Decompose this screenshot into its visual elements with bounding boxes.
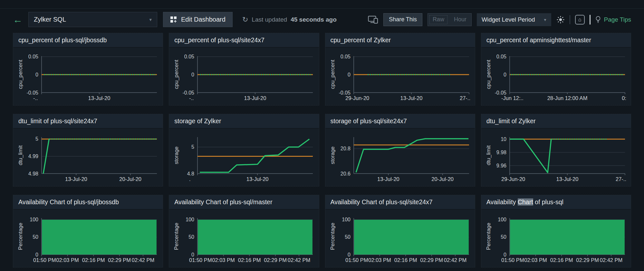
svg-text:01:50 PM: 01:50 PM	[189, 257, 212, 263]
svg-text:01:50 PM: 01:50 PM	[501, 257, 524, 263]
svg-text:02:03 PM: 02:03 PM	[368, 257, 391, 263]
svg-text:02:29 PM: 02:29 PM	[108, 257, 131, 263]
y-axis-label: cpu_percent	[173, 60, 179, 89]
chart-card: storage of Zylker54.8.13-Jul-20storage	[169, 114, 319, 186]
svg-text:-0.05: -0.05	[27, 90, 39, 95]
chart-title: cpu_percent of Zylker	[331, 36, 470, 44]
svg-text:02:16 PM: 02:16 PM	[82, 257, 105, 263]
chart-line	[200, 139, 309, 172]
chart-area	[354, 220, 469, 255]
chart-card-body: 0.050-0.05-Jun 12:..28-Jun 12:00 AM0:cpu…	[481, 48, 631, 105]
svg-text:100: 100	[498, 217, 506, 222]
chart-title: dtu_limit of plus-sql/site24x7	[18, 117, 158, 125]
svg-text:02:03 PM: 02:03 PM	[212, 257, 235, 263]
last-updated: ↻ Last updated 45 seconds ago	[242, 16, 337, 23]
widget-level-period-dropdown[interactable]: Widget Level Period ▾	[477, 13, 551, 26]
edit-dashboard-button[interactable]: Edit Dashboard	[163, 12, 233, 27]
chart-area	[198, 220, 312, 255]
chart-plot[interactable]: 10050001:50 PM02:03 PM02:16 PM02:29 PM02…	[171, 211, 315, 265]
chart-title: Availability Chart of plus-sql/jbossdb	[18, 198, 158, 206]
svg-text:02:42 PM: 02:42 PM	[600, 257, 622, 263]
chart-line	[510, 139, 551, 173]
y-axis-label: cpu_percent	[330, 60, 336, 89]
svg-text:02:29 PM: 02:29 PM	[576, 257, 599, 263]
share-this-button[interactable]: Share This	[383, 13, 422, 26]
chart-card: Availability Chart of plus-sql/site24x71…	[325, 195, 475, 267]
chart-plot[interactable]: 0.050-0.05-..13-Jul-20cpu_percent	[171, 49, 315, 103]
chart-card-body: 10050001:50 PM02:03 PM02:16 PM02:29 PM02…	[481, 210, 631, 267]
svg-text:20-Jul-20: 20-Jul-20	[431, 176, 454, 182]
dashboard-select-value: Zylker SQL	[34, 16, 66, 23]
chart-card-header: cpu_percent of plus-sql/site24x7	[169, 33, 319, 48]
svg-text:20.8: 20.8	[340, 146, 350, 151]
svg-text:.: .	[189, 176, 191, 182]
chart-plot[interactable]: 54.994.9813-Jul-2020-Jul-20dtu_limit	[15, 130, 159, 184]
chart-plot[interactable]: 54.8.13-Jul-20storage	[171, 130, 315, 184]
chart-card: cpu_percent of apminsighttest/master0.05…	[481, 33, 631, 105]
back-arrow-icon[interactable]: ←	[13, 15, 23, 25]
chart-plot[interactable]: 10050001:50 PM02:03 PM02:16 PM02:29 PM02…	[15, 211, 159, 265]
chart-card: Availability Chart of plus-sql/jbossdb10…	[13, 195, 163, 267]
svg-text:02:16 PM: 02:16 PM	[238, 257, 261, 263]
chart-plot[interactable]: 0.050-0.05-Jun 12:..28-Jun 12:00 AM0:cpu…	[483, 49, 627, 103]
raw-button[interactable]: Raw	[428, 14, 449, 26]
chart-plot[interactable]: 109.989.9629-Jun-2013-Jul-2027-..dtu_lim…	[483, 130, 627, 184]
chart-card-header: Availability Chart of plus-sql	[481, 195, 631, 210]
chart-card-header: dtu_limit of plus-sql/site24x7	[13, 114, 163, 129]
y-axis-label: dtu_limit	[17, 145, 24, 165]
svg-text:20-Jul-20: 20-Jul-20	[119, 176, 141, 182]
last-updated-prefix: Last updated	[252, 16, 287, 23]
svg-text:20.6: 20.6	[340, 171, 350, 176]
hour-button[interactable]: Hour	[449, 14, 471, 26]
svg-text:10: 10	[501, 136, 506, 142]
chart-card-body: 20.820.613-Jul-2020-Jul-20storage	[325, 129, 475, 186]
y-axis-label: cpu_percent	[17, 60, 24, 89]
chart-plot[interactable]: 0.050-0.0529-Jun-2013-Jul-2027-..cpu_per…	[327, 49, 471, 103]
svg-text:13-Jul-20: 13-Jul-20	[556, 176, 578, 182]
chart-area	[510, 220, 625, 255]
svg-text:9.98: 9.98	[496, 150, 506, 155]
page-tips-link[interactable]: Page Tips	[595, 16, 631, 23]
chart-plot[interactable]: 0.050-0.05-..13-Jul-20cpu_percent	[15, 49, 159, 103]
svg-text:0: 0	[348, 72, 351, 77]
svg-text:28-Jun 12:00 AM: 28-Jun 12:00 AM	[547, 95, 587, 101]
chart-card-header: cpu_percent of plus-sql/jbossdb	[13, 33, 163, 48]
dashboard-select[interactable]: Zylker SQL ▾	[28, 12, 157, 27]
topbar-icon-cluster: ⌂ Page Tips	[556, 15, 631, 25]
svg-text:-0.05: -0.05	[183, 90, 195, 95]
svg-text:27-..: 27-..	[616, 176, 626, 182]
svg-text:50: 50	[188, 234, 194, 240]
svg-text:13-Jul-20: 13-Jul-20	[400, 95, 422, 101]
svg-text:29-Jun-20: 29-Jun-20	[501, 176, 525, 182]
chart-card: Availability Chart of plus-sql10050001:5…	[481, 195, 631, 267]
svg-text:01:50 PM: 01:50 PM	[345, 257, 368, 263]
svg-text:-..: -..	[33, 95, 38, 101]
refresh-icon[interactable]: ↻	[242, 16, 248, 23]
top-divider	[0, 0, 644, 9]
y-axis-label: dtu_limit	[485, 145, 492, 165]
svg-text:13-Jul-20: 13-Jul-20	[246, 176, 269, 182]
svg-text:100: 100	[342, 217, 351, 222]
svg-text:-Jun 12:..: -Jun 12:..	[501, 95, 524, 101]
chart-title: Availability Chart of plus-sql/master	[174, 198, 313, 206]
theme-sun-icon[interactable]	[556, 15, 565, 24]
svg-text:0: 0	[191, 252, 194, 257]
chart-plot[interactable]: 20.820.613-Jul-2020-Jul-20storage	[327, 130, 471, 184]
edit-dashboard-label: Edit Dashboard	[181, 16, 226, 23]
svg-text:0: 0	[504, 72, 506, 77]
chart-plot[interactable]: 10050001:50 PM02:03 PM02:16 PM02:29 PM02…	[483, 211, 627, 265]
y-axis-label: Percentage	[485, 223, 491, 250]
svg-text:100: 100	[30, 217, 38, 222]
devices-icon[interactable]	[368, 15, 378, 24]
svg-text:0: 0	[348, 252, 351, 257]
chart-title: Availability Chart of plus-sql	[486, 198, 626, 206]
svg-text:13-Jul-20: 13-Jul-20	[244, 95, 266, 101]
svg-text:-0.05: -0.05	[495, 90, 506, 95]
chart-plot[interactable]: 10050001:50 PM02:03 PM02:16 PM02:29 PM02…	[327, 211, 471, 265]
topbar-right-group: Share This Raw Hour Widget Level Period …	[368, 13, 631, 26]
svg-text:100: 100	[186, 217, 195, 222]
svg-text:50: 50	[345, 234, 351, 240]
chart-card-body: 54.8.13-Jul-20storage	[169, 129, 319, 186]
home-icon[interactable]: ⌂	[575, 15, 585, 25]
chart-card-header: dtu_limit of Zylker	[481, 114, 631, 129]
